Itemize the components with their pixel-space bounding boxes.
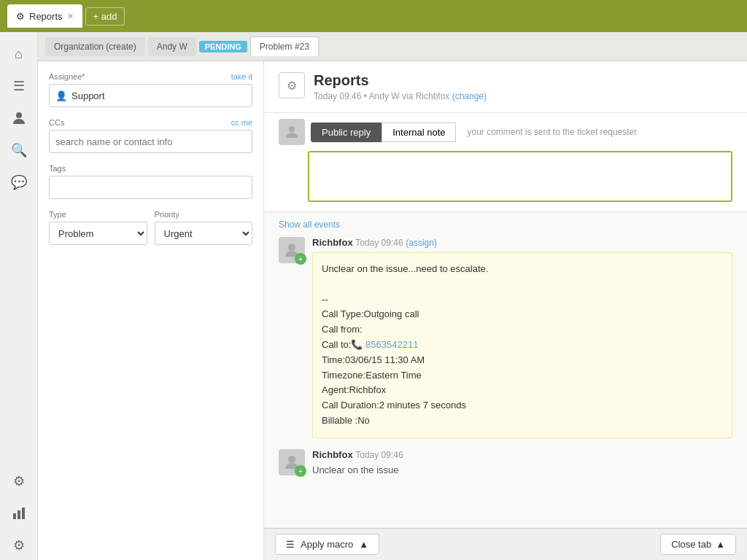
reports-tab[interactable]: ⚙ Reports ✕ xyxy=(7,4,82,28)
cc-me-link[interactable]: cc me xyxy=(231,118,252,127)
add-badge-1: + xyxy=(295,253,306,265)
reports-tab-label: Reports xyxy=(29,11,63,22)
event-time-1: Today 09:46 xyxy=(355,238,403,248)
ccs-label: CCs cc me xyxy=(49,118,252,127)
ticket-change-link[interactable]: (change) xyxy=(452,91,487,101)
event-item-2: + Richbfox Today 09:46 Unclear on the is… xyxy=(279,449,732,475)
event-item: + Richbfox Today 09:46 (assign) Unclear … xyxy=(279,237,732,438)
add-badge-2: + xyxy=(295,465,306,477)
tab-organization-create[interactable]: Organization (create) xyxy=(45,37,145,56)
svg-point-5 xyxy=(288,244,295,251)
home-icon[interactable]: ⌂ xyxy=(4,39,34,69)
list-icon: ☰ xyxy=(286,539,295,550)
top-bar: ⚙ Reports ✕ + add xyxy=(0,0,747,32)
take-it-link[interactable]: take it xyxy=(231,72,252,81)
analytics-icon[interactable] xyxy=(4,499,34,528)
type-group: Type Problem xyxy=(49,210,147,245)
event-avatar-wrapper-2: + xyxy=(279,449,305,475)
sub-tab-bar: Organization (create) Andy W PENDING Pro… xyxy=(38,32,747,61)
right-panel: ⚙ Reports Today 09:46 • Andy W via Richb… xyxy=(264,61,747,560)
event-message-1: Unclear on the issue...need to escalate.… xyxy=(312,252,732,438)
sidebar: ⌂ ☰ 🔍 💬 ⚙ ⚙ xyxy=(0,32,38,560)
ticket-header: ⚙ Reports Today 09:46 • Andy W via Richb… xyxy=(264,61,747,113)
apply-macro-label: Apply macro xyxy=(301,539,353,550)
tickets-icon[interactable]: ☰ xyxy=(4,71,34,101)
reply-textarea[interactable] xyxy=(308,151,732,202)
ccs-input[interactable] xyxy=(55,136,246,147)
type-label: Type xyxy=(49,210,147,219)
reply-body xyxy=(308,151,732,204)
reply-avatar xyxy=(279,119,305,145)
event-author-2: Richbfox xyxy=(312,449,353,460)
content-area: Assignee* take it 👤 Support CCs cc me xyxy=(38,61,747,560)
gear-small-icon: ⚙ xyxy=(16,11,25,22)
svg-rect-2 xyxy=(18,510,20,519)
ticket-title: Reports xyxy=(314,72,487,89)
tags-input[interactable] xyxy=(49,176,252,199)
reply-tabs: Public reply Internal note your comment … xyxy=(311,122,637,142)
public-reply-tab[interactable]: Public reply xyxy=(311,122,382,142)
tags-group: Tags xyxy=(49,164,252,199)
svg-point-0 xyxy=(16,112,22,118)
event-header-2: Richbfox Today 09:46 xyxy=(312,449,732,460)
chevron-up-icon: ▲ xyxy=(359,539,368,550)
ccs-input-wrapper[interactable] xyxy=(49,130,252,153)
main-content: Organization (create) Andy W PENDING Pro… xyxy=(38,32,747,560)
svg-point-4 xyxy=(289,126,295,132)
svg-point-6 xyxy=(288,456,295,463)
ticket-via: Andy W via Richbfox xyxy=(369,91,450,101)
users-icon[interactable] xyxy=(4,104,34,133)
priority-select[interactable]: Urgent xyxy=(155,222,253,245)
priority-group: Priority Urgent xyxy=(155,210,253,245)
left-panel: Assignee* take it 👤 Support CCs cc me xyxy=(38,61,264,560)
ticket-meta: Today 09:46 • Andy W via Richbfox (chang… xyxy=(314,91,487,101)
assignee-label: Assignee* take it xyxy=(49,72,252,81)
gear-icon[interactable]: ⚙ xyxy=(4,531,34,560)
event-header-1: Richbfox Today 09:46 (assign) xyxy=(312,237,732,248)
events-section: Show all events + Richbfox Today 09:46 xyxy=(264,212,747,528)
ticket-time: Today 09:46 xyxy=(314,91,361,101)
reply-section: Public reply Internal note your comment … xyxy=(264,113,747,212)
tab-andy-w[interactable]: Andy W xyxy=(148,37,196,56)
event-message-2: Unclear on the issue xyxy=(312,464,732,475)
assignee-group: Assignee* take it 👤 Support xyxy=(49,72,252,107)
event-content-1: Richbfox Today 09:46 (assign) Unclear on… xyxy=(312,237,732,438)
add-button[interactable]: + add xyxy=(85,7,125,26)
assignee-value: Support xyxy=(71,90,105,101)
ticket-gear-button[interactable]: ⚙ xyxy=(279,72,305,98)
pending-badge[interactable]: PENDING xyxy=(199,41,247,52)
tab-problem-23[interactable]: Problem #23 xyxy=(250,36,319,56)
show-all-events-link[interactable]: Show all events xyxy=(279,219,732,230)
svg-rect-3 xyxy=(22,508,25,519)
phone-icon: 📞 xyxy=(351,339,363,350)
event-time-2: Today 09:46 xyxy=(355,450,403,460)
event-avatar-wrapper-1: + xyxy=(279,237,305,263)
event-author-1: Richbfox xyxy=(312,237,353,248)
assignee-input[interactable]: 👤 Support xyxy=(49,84,252,107)
priority-label: Priority xyxy=(155,210,253,219)
type-priority-row: Type Problem Priority Urgent xyxy=(49,210,252,256)
close-tab-label: Close tab xyxy=(671,539,711,550)
reply-hint: your comment is sent to the ticket reque… xyxy=(467,127,637,137)
person-icon: 👤 xyxy=(55,90,67,101)
apply-macro-button[interactable]: ☰ Apply macro ▲ xyxy=(275,534,379,555)
event-action-1[interactable]: (assign) xyxy=(406,238,437,248)
chat-icon[interactable]: 💬 xyxy=(4,168,34,197)
ccs-group: CCs cc me xyxy=(49,118,252,153)
internal-note-tab[interactable]: Internal note xyxy=(382,122,456,142)
phone-number[interactable]: 8563542211 xyxy=(365,339,418,350)
chevron-up-icon-2: ▲ xyxy=(716,539,725,550)
search-icon[interactable]: 🔍 xyxy=(4,136,34,165)
bottom-bar: ☰ Apply macro ▲ Close tab ▲ xyxy=(264,528,747,560)
close-tab-icon[interactable]: ✕ xyxy=(67,12,74,21)
event-content-2: Richbfox Today 09:46 Unclear on the issu… xyxy=(312,449,732,475)
type-select[interactable]: Problem xyxy=(49,222,147,245)
settings-icon[interactable]: ⚙ xyxy=(4,467,34,496)
svg-rect-1 xyxy=(13,513,16,519)
tags-label: Tags xyxy=(49,164,252,173)
close-tab-button[interactable]: Close tab ▲ xyxy=(660,534,736,555)
